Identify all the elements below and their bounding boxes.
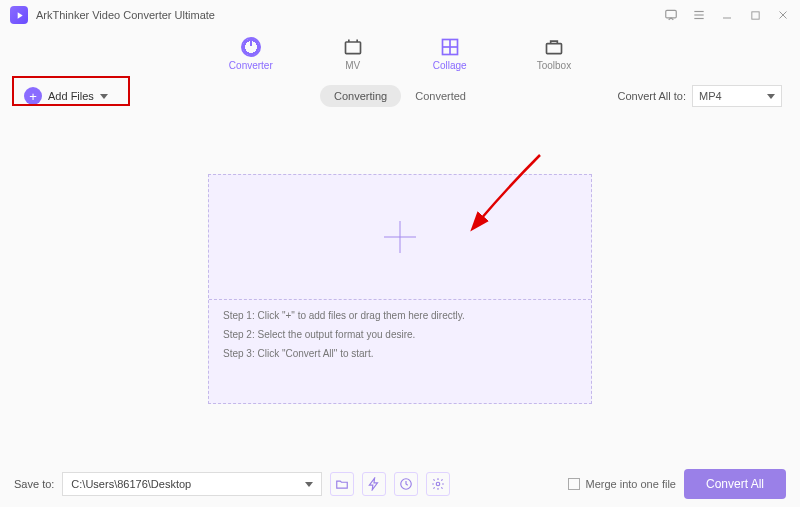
converter-icon [241,37,261,57]
subbar: + Add Files Converting Converted Convert… [0,78,800,114]
task-schedule-button[interactable] [394,472,418,496]
add-files-button[interactable]: + Add Files [18,83,114,109]
tab-collage[interactable]: Collage [433,37,467,71]
menu-icon[interactable] [692,8,706,22]
merge-label: Merge into one file [585,478,676,490]
chevron-down-icon [100,94,108,99]
checkbox-icon [568,478,580,490]
titlebar: ArkThinker Video Converter Ultimate [0,0,800,30]
step-1: Step 1: Click "+" to add files or drag t… [223,310,577,321]
tab-mv[interactable]: MV [343,37,363,71]
add-files-label: Add Files [48,90,94,102]
toggle-converted[interactable]: Converted [401,85,480,107]
hardware-accel-button[interactable] [362,472,386,496]
plus-icon: + [24,87,42,105]
feedback-icon[interactable] [664,8,678,22]
save-path-select[interactable]: C:\Users\86176\Desktop [62,472,322,496]
save-to-label: Save to: [14,478,54,490]
convert-all-to: Convert All to: MP4 [618,85,782,107]
settings-button[interactable] [426,472,450,496]
svg-rect-5 [751,11,758,18]
tab-label: Converter [229,60,273,71]
collage-icon [440,37,460,57]
toggle-converting[interactable]: Converting [320,85,401,107]
instructions: Step 1: Click "+" to add files or drag t… [209,300,591,403]
bottom-bar: Save to: C:\Users\86176\Desktop Merge in… [0,461,800,507]
close-icon[interactable] [776,8,790,22]
output-format-select[interactable]: MP4 [692,85,782,107]
merge-checkbox[interactable]: Merge into one file [568,478,676,490]
main-tabs: Converter MV Collage Toolbox [0,30,800,78]
save-path-value: C:\Users\86176\Desktop [71,478,191,490]
convert-all-to-label: Convert All to: [618,90,686,102]
app-title: ArkThinker Video Converter Ultimate [36,9,664,21]
tab-toolbox[interactable]: Toolbox [537,37,571,71]
step-2: Step 2: Select the output format you des… [223,329,577,340]
maximize-icon[interactable] [748,8,762,22]
tab-label: Toolbox [537,60,571,71]
open-folder-button[interactable] [330,472,354,496]
svg-rect-8 [345,42,360,54]
tab-label: MV [345,60,360,71]
chevron-down-icon [767,94,775,99]
mv-icon [343,37,363,57]
svg-rect-0 [666,10,677,18]
status-toggle: Converting Converted [320,85,480,107]
tab-label: Collage [433,60,467,71]
app-logo-icon [10,6,28,24]
svg-point-16 [437,482,441,486]
tab-converter[interactable]: Converter [229,37,273,71]
chevron-down-icon [305,482,313,487]
add-plus-icon [380,217,420,257]
step-3: Step 3: Click "Convert All" to start. [223,348,577,359]
toolbox-icon [544,37,564,57]
minimize-icon[interactable] [720,8,734,22]
svg-rect-14 [546,44,561,54]
drop-area: Step 1: Click "+" to add files or drag t… [208,174,592,404]
format-value: MP4 [699,90,722,102]
drop-zone[interactable] [209,175,591,300]
convert-all-button[interactable]: Convert All [684,469,786,499]
